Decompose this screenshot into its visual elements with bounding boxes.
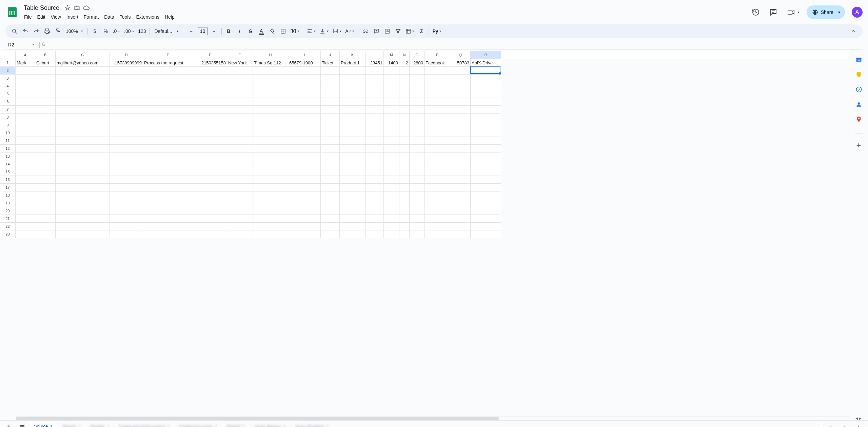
move-icon[interactable] <box>74 4 80 11</box>
cell[interactable] <box>56 75 110 82</box>
cell[interactable] <box>471 106 501 114</box>
currency-button[interactable]: $ <box>90 26 100 36</box>
share-button[interactable]: Share ▼ <box>807 5 845 19</box>
cell[interactable] <box>193 152 227 160</box>
column-header[interactable]: D <box>110 51 143 59</box>
cell[interactable] <box>340 199 366 207</box>
cell[interactable] <box>425 168 450 176</box>
cell[interactable] <box>16 75 35 82</box>
zoom-select[interactable]: 100%▼ <box>64 26 85 36</box>
cell[interactable] <box>340 191 366 199</box>
cell[interactable] <box>193 129 227 137</box>
cell[interactable] <box>450 168 471 176</box>
cell[interactable] <box>253 106 288 114</box>
cell[interactable] <box>410 75 425 82</box>
cell[interactable] <box>288 145 321 152</box>
cell[interactable] <box>340 160 366 168</box>
cell[interactable] <box>366 191 384 199</box>
cell[interactable] <box>366 90 384 98</box>
cell[interactable] <box>110 230 143 238</box>
cell[interactable] <box>384 230 399 238</box>
cell[interactable] <box>193 137 227 145</box>
cell[interactable] <box>193 114 227 121</box>
font-family-select[interactable]: Defaul...▼ <box>152 26 182 36</box>
cell[interactable] <box>321 67 340 75</box>
cell[interactable] <box>410 207 425 215</box>
cell[interactable] <box>143 67 193 75</box>
cell[interactable] <box>16 176 35 184</box>
search-menus-icon[interactable] <box>9 26 20 36</box>
cell[interactable] <box>288 230 321 238</box>
cell[interactable] <box>35 75 56 82</box>
cell[interactable] <box>16 106 35 114</box>
horizontal-align-button[interactable]: ▼ <box>305 26 317 36</box>
sheet-tab[interactable]: Create test lead contact▼ <box>114 422 174 427</box>
cell[interactable] <box>410 114 425 121</box>
cell[interactable] <box>288 176 321 184</box>
cell[interactable] <box>471 176 501 184</box>
cell[interactable] <box>16 114 35 121</box>
cell[interactable] <box>288 106 321 114</box>
cell[interactable] <box>340 168 366 176</box>
column-header[interactable]: O <box>410 51 425 59</box>
cell[interactable] <box>56 199 110 207</box>
cell[interactable] <box>253 90 288 98</box>
cell[interactable] <box>399 191 410 199</box>
cell[interactable] <box>471 168 501 176</box>
cell[interactable] <box>56 191 110 199</box>
cell[interactable] <box>35 191 56 199</box>
cell[interactable] <box>35 184 56 191</box>
row-header[interactable]: 11 <box>0 137 16 145</box>
cell[interactable] <box>399 176 410 184</box>
column-header[interactable]: I <box>288 51 321 59</box>
cell[interactable] <box>227 207 253 215</box>
cell[interactable] <box>35 137 56 145</box>
cell[interactable] <box>193 98 227 106</box>
cell[interactable] <box>35 215 56 223</box>
cell[interactable] <box>253 137 288 145</box>
cell[interactable] <box>288 82 321 90</box>
column-header[interactable]: Q <box>450 51 471 59</box>
cell[interactable] <box>340 90 366 98</box>
cell[interactable] <box>410 184 425 191</box>
cell[interactable] <box>321 230 340 238</box>
cell[interactable] <box>110 82 143 90</box>
menu-format[interactable]: Format <box>81 13 101 21</box>
cell[interactable]: Product 1 <box>340 59 366 67</box>
cell[interactable] <box>340 114 366 121</box>
cell[interactable] <box>227 215 253 223</box>
account-avatar[interactable]: A <box>852 7 863 18</box>
column-header[interactable]: B <box>35 51 56 59</box>
cell[interactable] <box>321 223 340 230</box>
cell[interactable] <box>340 129 366 137</box>
cell[interactable] <box>193 75 227 82</box>
keep-icon[interactable] <box>855 71 862 78</box>
cloud-status-icon[interactable] <box>83 4 90 11</box>
cell[interactable] <box>143 184 193 191</box>
show-side-panel-icon[interactable]: ‹ <box>852 424 865 427</box>
cell[interactable] <box>340 223 366 230</box>
cell[interactable] <box>399 199 410 207</box>
cell[interactable] <box>340 75 366 82</box>
cell[interactable] <box>450 145 471 152</box>
cell[interactable] <box>399 207 410 215</box>
cell[interactable] <box>16 207 35 215</box>
cell[interactable]: Facebook <box>425 59 450 67</box>
menu-extensions[interactable]: Extensions <box>134 13 161 21</box>
python-button[interactable]: Py▼ <box>431 26 443 36</box>
cell[interactable] <box>450 75 471 82</box>
cell[interactable] <box>110 184 143 191</box>
menu-file[interactable]: File <box>22 13 34 21</box>
cell[interactable] <box>56 176 110 184</box>
cell[interactable] <box>384 223 399 230</box>
cell[interactable] <box>253 129 288 137</box>
scrollbar-thumb[interactable] <box>16 417 499 420</box>
cell[interactable] <box>384 160 399 168</box>
decrease-decimal-icon[interactable]: .0← <box>112 26 122 36</box>
cell[interactable] <box>366 98 384 106</box>
cell[interactable] <box>425 114 450 121</box>
cell[interactable]: 50783 <box>450 59 471 67</box>
cell[interactable] <box>16 215 35 223</box>
cell[interactable] <box>253 67 288 75</box>
cell[interactable] <box>410 168 425 176</box>
